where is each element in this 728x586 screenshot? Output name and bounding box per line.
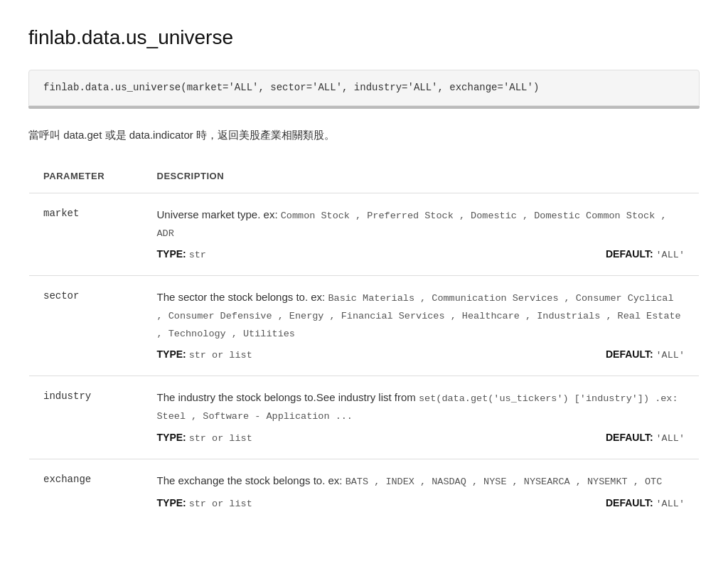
param-meta: TYPE: str or listDEFAULT: 'ALL' <box>157 347 685 363</box>
table-body: marketUniverse market type. ex: Common S… <box>29 193 700 525</box>
param-meta: TYPE: strDEFAULT: 'ALL' <box>157 247 685 262</box>
param-desc-cell: The sector the stock belongs to. ex: Bas… <box>143 276 700 376</box>
param-desc-text: Universe market type. ex: Common Stock ,… <box>157 206 685 241</box>
code-signature: finlab.data.us_universe(market='ALL', se… <box>28 70 700 106</box>
param-type: TYPE: str or list <box>157 347 252 363</box>
table-row: exchangeThe exchange the stock belongs t… <box>29 459 700 524</box>
params-table: PARAMETER DESCRIPTION marketUniverse mar… <box>28 159 700 525</box>
param-name: sector <box>29 276 143 376</box>
param-name: exchange <box>29 459 143 524</box>
table-row: industryThe industry the stock belongs t… <box>29 376 700 459</box>
col-header-param: PARAMETER <box>29 159 143 193</box>
table-row: marketUniverse market type. ex: Common S… <box>29 193 700 276</box>
param-desc-cell: The industry the stock belongs to.See in… <box>143 376 700 459</box>
param-meta: TYPE: str or listDEFAULT: 'ALL' <box>157 496 685 511</box>
param-desc-text: The industry the stock belongs to.See in… <box>157 389 685 424</box>
table-row: sectorThe sector the stock belongs to. e… <box>29 276 700 376</box>
param-name: market <box>29 193 143 276</box>
param-type: TYPE: str or list <box>157 430 252 446</box>
col-header-desc: DESCRIPTION <box>143 159 700 193</box>
param-default: DEFAULT: 'ALL' <box>606 430 685 446</box>
code-bar-divider <box>28 106 700 109</box>
table-header: PARAMETER DESCRIPTION <box>29 159 700 193</box>
param-desc-cell: The exchange the stock belongs to. ex: B… <box>143 459 700 524</box>
param-desc-cell: Universe market type. ex: Common Stock ,… <box>143 193 700 276</box>
param-default: DEFAULT: 'ALL' <box>606 247 685 262</box>
param-type: TYPE: str or list <box>157 496 252 511</box>
param-default: DEFAULT: 'ALL' <box>606 347 685 363</box>
param-desc-text: The exchange the stock belongs to. ex: B… <box>157 472 685 490</box>
param-type: TYPE: str <box>157 247 206 262</box>
page-title: finlab.data.us_universe <box>28 23 700 53</box>
param-default: DEFAULT: 'ALL' <box>606 496 685 511</box>
param-name: industry <box>29 376 143 459</box>
param-desc-text: The sector the stock belongs to. ex: Bas… <box>157 289 685 341</box>
param-meta: TYPE: str or listDEFAULT: 'ALL' <box>157 430 685 446</box>
description-text: 當呼叫 data.get 或是 data.indicator 時，返回美股產業相… <box>28 126 700 144</box>
